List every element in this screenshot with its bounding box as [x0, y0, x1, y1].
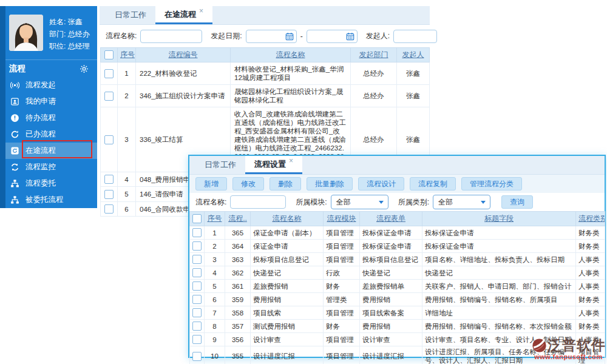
cell-flow-module: 管理类	[324, 293, 360, 306]
cell-checkbox	[190, 266, 205, 280]
cell-flow-module: 项目管理	[324, 333, 360, 346]
table-row[interactable]: 3 363 投标项目信息登记 项目管理 投标项目信息登记 项目名称、详细地址、投…	[190, 253, 605, 266]
org-chart-icon	[10, 179, 19, 188]
add-button[interactable]: 新增	[195, 177, 227, 190]
table-row[interactable]: 2 346_施工组织设计方案申请 晟铭园林绿化工程组织设计方案_晟铭园林绿化工程…	[101, 85, 430, 107]
header-initiator[interactable]: 发起人	[397, 48, 430, 62]
cell-checkbox	[190, 320, 205, 333]
row-checkbox[interactable]	[104, 69, 114, 78]
search-button[interactable]: 查询	[501, 195, 533, 209]
cell-index: 6	[205, 293, 225, 306]
row-checkbox[interactable]	[192, 241, 202, 251]
cell-checkbox	[190, 346, 205, 364]
user-title-line: 职位: 总经理	[49, 40, 90, 52]
calendar-icon[interactable]	[285, 32, 294, 41]
table-row[interactable]: 1 222_材料验收登记 材料验收登记_材料采购_张鑫_华润12城房建工程项目 …	[101, 62, 430, 85]
sidebar-item-flow-delegate[interactable]: 流程委托	[0, 175, 97, 192]
module-select-value: 全部	[336, 197, 351, 207]
cell-flow-category: 人事类	[576, 306, 605, 320]
manage-flow-category-button[interactable]: 管理流程分类	[461, 177, 522, 190]
cell-flow-code: 364	[225, 240, 251, 253]
cell-flow-module: 项目管理	[324, 240, 360, 253]
row-checkbox[interactable]	[192, 335, 202, 344]
flow-design-button[interactable]: 流程设计	[358, 177, 404, 190]
row-checkbox[interactable]	[192, 352, 202, 361]
table-row[interactable]: 8 357 测试费用报销 财务 费用报销 费用报销、报销编号、报销名称、本次报销…	[190, 320, 605, 333]
header-flow-module[interactable]: 流程模块	[324, 212, 360, 226]
cell-title-fields: 关联客户、报销人、申请日期、部门、报销合计	[422, 280, 576, 293]
sidebar-item-flow-start[interactable]: 流程发起	[0, 77, 97, 93]
table-row[interactable]: 2 364 保证金申请 项目管理 投标保证金申请 投标保证金申请 财务类	[190, 240, 605, 253]
cell-index: 6	[118, 201, 136, 216]
cell-flow-category: 财务类	[576, 240, 605, 253]
fanpu-logo-icon	[531, 337, 548, 354]
row-checkbox[interactable]	[104, 204, 114, 214]
close-icon[interactable]: ×	[199, 7, 203, 15]
row-checkbox[interactable]	[192, 255, 202, 264]
header-start-dept[interactable]: 发起部门	[351, 48, 397, 62]
row-checkbox[interactable]	[104, 135, 114, 144]
batch-delete-button[interactable]: 批量删除	[307, 177, 353, 190]
sidebar-item-delegated-flows[interactable]: 被委托流程	[0, 192, 97, 208]
close-icon[interactable]: ×	[289, 157, 293, 165]
header-index: 序号	[118, 48, 136, 62]
select-all-checkbox[interactable]	[104, 50, 114, 59]
header-flow-code[interactable]: 流程..	[225, 212, 251, 226]
sidebar-item-my-applications[interactable]: 我的申请	[0, 93, 97, 110]
row-checkbox[interactable]	[192, 308, 202, 317]
table-row[interactable]: 6 359 费用报销 管理类 费用报销 费用报销、报销编号、报销名称、所属项目 …	[190, 293, 605, 306]
header-flow-name[interactable]: 流程名称	[231, 48, 351, 62]
row-checkbox[interactable]	[104, 190, 114, 199]
cell-flow-category: 人事类	[576, 280, 605, 293]
table-row[interactable]: 5 361 差旅费报销 财务 差旅费报销单 关联客户、报销人、申请日期、部门、报…	[190, 280, 605, 293]
row-checkbox[interactable]	[192, 281, 202, 291]
user-dept-line: 部门: 总经办	[49, 28, 90, 40]
row-checkbox[interactable]	[104, 92, 114, 101]
cell-checkbox	[190, 293, 205, 306]
row-checkbox[interactable]	[192, 268, 202, 277]
cell-flow-form: 快递登记	[360, 266, 422, 280]
sidebar-item-label: 流程发起	[25, 80, 56, 90]
category-select[interactable]: 全部	[433, 195, 490, 209]
flow-copy-button[interactable]: 流程复制	[410, 177, 456, 190]
sidebar-section-header: 流程	[0, 59, 97, 77]
tab-label: 流程设置	[254, 159, 286, 170]
cell-flow-code: 355	[225, 346, 251, 364]
initiator-input[interactable]	[393, 30, 437, 43]
gear-icon[interactable]	[80, 64, 89, 73]
date-separator: -	[300, 32, 303, 41]
header-title-fields[interactable]: 标题字段	[422, 212, 576, 226]
module-select[interactable]: 全部	[331, 195, 388, 209]
cell-start-dept: 总经办	[351, 62, 397, 85]
table-row[interactable]: 4 362 快递登记 行政 快递登记 快递登记 人事类	[190, 266, 605, 280]
edit-button[interactable]: 修改	[232, 177, 264, 190]
header-flow-form[interactable]: 流程表单	[360, 212, 422, 226]
table-row[interactable]: 7 358 项目线索 项目管理 项目线索备案 详细地址 人事类	[190, 306, 605, 320]
tab-label: 在途流程	[164, 9, 196, 20]
row-checkbox[interactable]	[192, 322, 202, 331]
row-checkbox[interactable]	[192, 228, 202, 237]
header-flow-code[interactable]: 流程编号	[136, 48, 231, 62]
row-checkbox[interactable]	[192, 295, 202, 304]
select-all-checkbox[interactable]	[192, 214, 202, 223]
watermark-brand: 泛普软件	[548, 336, 606, 355]
cell-flow-form: 投标项目信息登记	[360, 253, 422, 266]
flow-name-input[interactable]	[140, 30, 202, 43]
delete-button[interactable]: 删除	[270, 177, 301, 190]
tab-in-transit-flows[interactable]: 在途流程 ×	[155, 6, 212, 24]
chevron-down-icon	[379, 201, 384, 204]
tab-label: 日常工作	[115, 10, 146, 21]
table-row[interactable]: 1 365 保证金申请（副本） 项目管理 投标保证金申请 投标保证金申请 财务类	[190, 226, 605, 240]
header-flow-category[interactable]: 流程类别	[576, 212, 605, 226]
cell-title-fields: 项目名称、详细地址、投标负责人、投标日期	[422, 253, 576, 266]
tab-daily-work[interactable]: 日常工作	[106, 6, 155, 24]
flow-name-input[interactable]	[230, 195, 286, 209]
sidebar-item-flow-monitor[interactable]: 流程监控	[0, 159, 97, 175]
header-flow-name[interactable]: 流程名称	[251, 212, 324, 226]
window2-filterbar: 流程名称: 所属模块: 全部 所属类别: 全部 查询	[189, 193, 605, 211]
tab-daily-work[interactable]: 日常工作	[195, 156, 245, 174]
calendar-icon[interactable]	[346, 32, 354, 41]
row-checkbox[interactable]	[104, 175, 114, 184]
tab-flow-settings[interactable]: 流程设置 ×	[245, 156, 302, 174]
sidebar-item-todo-flows[interactable]: 待办流程	[0, 110, 97, 126]
